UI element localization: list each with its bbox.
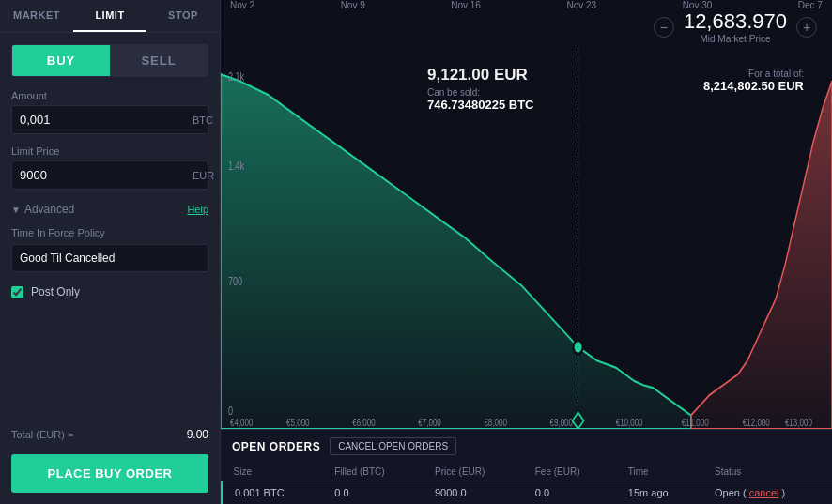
x-label-6000: €6,000 [352, 417, 376, 429]
open-orders-section: OPEN ORDERS CANCEL OPEN ORDERS Size Fill… [221, 429, 832, 504]
chart-zoom-out-button[interactable]: − [654, 17, 674, 38]
post-only-checkbox[interactable] [11, 286, 23, 298]
tab-market[interactable]: MARKET [0, 0, 73, 32]
col-size: Size [223, 463, 324, 481]
amount-input[interactable] [12, 106, 185, 133]
amount-unit: BTC [185, 115, 221, 126]
chart-zoom-in-button[interactable]: + [796, 17, 817, 38]
order-time: 15m ago [617, 481, 703, 505]
table-row: 0.001 BTC 0.0 9000.0 0.0 15m ago Open ( … [223, 481, 833, 505]
x-label-12000: €12,000 [743, 417, 770, 429]
mid-market-box: − 12,683.970 Mid Market Price + [654, 9, 817, 44]
right-panel: − 12,683.970 Mid Market Price + Nov 2 No… [221, 0, 832, 504]
total-row: Total (EUR) ≈ 9.00 [0, 420, 220, 449]
order-cancel-link[interactable]: cancel [749, 487, 779, 498]
tif-select-row: Good Til Cancelled Immediate or Cancel F… [11, 244, 208, 272]
x-label-10000: €10,000 [616, 417, 643, 429]
order-price: 9000.0 [424, 481, 524, 505]
order-status: Open ( cancel ) [703, 481, 832, 505]
chart-svg: 2.1k 1.4k 700 0 €4,000 €5,000 €6,000 €7,… [221, 47, 832, 429]
help-link[interactable]: Help [187, 204, 208, 215]
order-tabs: MARKET LIMIT STOP [0, 0, 220, 33]
chart-svg-container: 2.1k 1.4k 700 0 €4,000 €5,000 €6,000 €7,… [221, 47, 832, 429]
col-fee: Fee (EUR) [524, 463, 617, 481]
buy-sell-toggle: BUY SELL [11, 44, 208, 77]
place-buy-order-button[interactable]: PLACE BUY ORDER [11, 454, 208, 493]
tif-label: Time In Force Policy [11, 227, 208, 238]
limit-price-input-row: EUR [11, 160, 208, 190]
limit-price-input[interactable] [12, 161, 185, 189]
order-filled: 0.0 [323, 481, 424, 505]
chart-date-3: Nov 23 [566, 0, 596, 10]
chart-date-4: Nov 30 [683, 0, 713, 10]
limit-price-group: Limit Price EUR [0, 140, 220, 195]
advanced-chevron-icon: ▼ [11, 205, 21, 215]
tab-limit[interactable]: LIMIT [73, 0, 146, 32]
amount-input-row: BTC [11, 105, 208, 134]
chart-area: − 12,683.970 Mid Market Price + Nov 2 No… [221, 0, 832, 429]
advanced-label: Advanced [24, 203, 74, 216]
order-size: 0.001 BTC [223, 481, 324, 505]
order-status-open: Open [715, 487, 740, 498]
open-orders-title: OPEN ORDERS [232, 440, 320, 453]
tif-section: Time In Force Policy Good Til Cancelled … [0, 223, 220, 278]
x-label-7000: €7,000 [418, 417, 441, 429]
col-status: Status [703, 463, 832, 481]
buy-button[interactable]: BUY [12, 45, 110, 76]
advanced-toggle[interactable]: ▼ Advanced Help [0, 195, 220, 223]
tab-stop[interactable]: STOP [146, 0, 220, 32]
chart-date-0: Nov 2 [230, 0, 254, 10]
orders-table-head: Size Filled (BTC) Price (EUR) Fee (EUR) … [223, 463, 833, 481]
orders-table: Size Filled (BTC) Price (EUR) Fee (EUR) … [221, 463, 832, 504]
chart-date-2: Nov 16 [451, 0, 481, 10]
mid-market-price-block: 12,683.970 Mid Market Price [684, 9, 787, 44]
tif-select[interactable]: Good Til Cancelled Immediate or Cancel F… [12, 245, 208, 271]
chart-date-1: Nov 9 [341, 0, 365, 10]
total-label: Total (EUR) ≈ [11, 429, 73, 440]
mid-market-price: 12,683.970 [684, 9, 787, 34]
amount-label: Amount [11, 90, 208, 101]
post-only-row: Post Only [0, 278, 220, 306]
bid-area [221, 74, 691, 429]
x-label-13000: €13,000 [785, 417, 812, 429]
x-label-11000: €11,000 [682, 417, 709, 429]
total-value: 9.00 [187, 428, 208, 441]
open-orders-header: OPEN ORDERS CANCEL OPEN ORDERS [221, 430, 832, 463]
post-only-label: Post Only [31, 285, 80, 298]
left-panel: MARKET LIMIT STOP BUY SELL Amount BTC Li… [0, 0, 221, 504]
x-label-5000: €5,000 [286, 417, 310, 429]
col-price: Price (EUR) [424, 463, 524, 481]
limit-price-unit: EUR [185, 170, 222, 181]
x-label-9000: €9,000 [550, 417, 574, 429]
ask-area [691, 81, 832, 429]
col-time: Time [617, 463, 703, 481]
cancel-open-orders-button[interactable]: CANCEL OPEN ORDERS [330, 437, 456, 455]
order-fee: 0.0 [524, 481, 617, 505]
y-label-700: 700 [228, 275, 242, 288]
mid-market-label: Mid Market Price [684, 34, 787, 44]
tooltip-dot-top [574, 341, 583, 355]
y-label-1400: 1.4k [228, 159, 244, 172]
chart-date-5: Dec 7 [798, 0, 823, 10]
limit-price-label: Limit Price [11, 145, 208, 157]
col-filled: Filled (BTC) [323, 463, 424, 481]
y-label-2100: 2.1k [228, 70, 244, 84]
sell-button[interactable]: SELL [110, 45, 208, 76]
x-label-8000: €8,000 [484, 417, 507, 429]
chart-dates: Nov 2 Nov 9 Nov 16 Nov 23 Nov 30 Dec 7 [230, 0, 823, 10]
orders-table-body: 0.001 BTC 0.0 9000.0 0.0 15m ago Open ( … [223, 481, 833, 505]
x-label-4000: €4,000 [230, 417, 254, 429]
amount-group: Amount BTC [0, 84, 220, 140]
